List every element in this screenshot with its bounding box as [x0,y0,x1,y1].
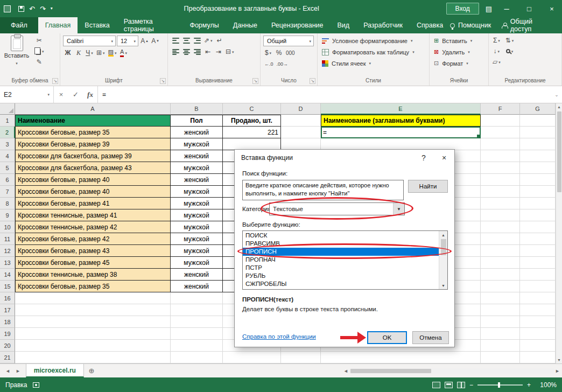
cell-A19[interactable] [15,328,171,340]
bold-button[interactable]: Ж [63,48,73,58]
tab-file[interactable]: Файл [0,17,38,33]
column-header-F[interactable]: F [481,103,520,115]
cell-B3[interactable]: мужской [171,138,223,150]
row-header-2[interactable]: 2 [0,127,15,138]
cell-B15[interactable]: женский [171,281,223,292]
ribbon-tab-Формулы[interactable]: Формулы [182,17,226,33]
decrease-font-size-button[interactable]: А▾ [150,36,160,46]
cell-A3[interactable]: Кроссовки беговые, размер 39 [15,138,171,150]
cell-A14[interactable]: Кроссовки теннисные, размер 38 [15,269,171,281]
macro-record-icon[interactable] [33,382,39,388]
horizontal-scrollbar[interactable]: ◄ ► [341,364,562,377]
cell-styles-button[interactable]: Стили ячеек▾ [320,58,426,68]
increase-font-size-button[interactable]: А▴ [139,36,149,46]
align-middle-button[interactable] [181,36,191,45]
cell-F17[interactable] [481,304,520,316]
cell-B13[interactable]: мужской [171,257,223,269]
autosum-button[interactable]: Σ▾ [491,36,502,45]
ribbon-tab-Разметка страницы[interactable]: Разметка страницы [117,17,183,33]
zoom-level[interactable]: 100% [535,381,557,389]
fill-button[interactable]: ↓▾ [491,46,502,56]
scroll-left-icon[interactable]: ◄ [343,368,348,374]
search-function-input[interactable]: Введите краткое описание действия, котор… [242,180,404,200]
cell-A7[interactable]: Кроссовки беговые, размер 40 [15,186,171,198]
format-as-table-button[interactable]: Форматировать как таблицу▾ [320,47,426,57]
undo-icon[interactable]: ↶ [29,5,35,12]
row-header-5[interactable]: 5 [0,162,15,174]
cell-G20[interactable] [520,340,556,352]
merge-center-button[interactable]: ⊟▾ [224,47,235,57]
column-header-A[interactable]: A [15,103,171,115]
number-format-select[interactable]: Общий▾ [263,36,314,46]
ribbon-tab-Рецензирование[interactable]: Рецензирование [264,17,331,33]
qat-customize-icon[interactable]: ▾ [51,6,53,11]
cell-F14[interactable] [481,269,520,281]
cell-F8[interactable] [481,198,520,209]
conditional-formatting-button[interactable]: Условное форматирование▾ [320,36,426,46]
cell-F2[interactable] [481,127,520,138]
cell-G12[interactable] [520,245,556,257]
increase-decimal-button[interactable] [263,59,275,69]
cell-B21[interactable] [171,352,223,363]
cell-G16[interactable] [520,292,556,304]
cell-F16[interactable] [481,292,520,304]
scroll-right-icon[interactable]: ► [555,368,560,374]
column-header-B[interactable]: B [171,103,223,115]
dialog-title-bar[interactable]: Вставка функции ? × [235,150,454,166]
format-cells-button[interactable]: ⊡Формат▾ [432,58,486,68]
decrease-indent-button[interactable]: ⇤ [203,47,213,57]
cell-B16[interactable] [171,292,223,304]
expand-formula-bar-icon[interactable]: ⌄ [551,86,562,103]
cell-A21[interactable] [15,352,171,363]
dialog-help-icon[interactable]: ? [413,150,434,166]
align-left-button[interactable] [171,47,180,57]
select-all-corner[interactable] [0,103,15,115]
cell-D21[interactable] [281,352,321,363]
cell-G4[interactable] [520,150,556,162]
cell-A17[interactable] [15,304,171,316]
row-header-15[interactable]: 15 [0,281,15,292]
cell-E2[interactable]: = [321,127,481,138]
cell-A20[interactable] [15,340,171,352]
cancel-button[interactable]: Отмена [412,331,449,344]
align-right-button[interactable] [192,47,202,57]
row-header-6[interactable]: 6 [0,174,15,186]
function-list[interactable]: ПОИСКПРАВСИМВПРОПИСНПРОПНАЧПСТРРУБЛЬСЖПР… [242,230,448,290]
cell-B4[interactable]: женский [171,150,223,162]
cell-G8[interactable] [520,198,556,209]
list-scroll-up-icon[interactable]: ▲ [441,231,445,239]
copy-button[interactable]: ▾ [33,46,45,56]
cell-A8[interactable]: Кроссовки беговые, размер 41 [15,198,171,209]
cell-C3[interactable] [223,138,281,150]
align-top-button[interactable] [171,36,180,45]
cell-F7[interactable] [481,186,520,198]
row-header-8[interactable]: 8 [0,198,15,209]
cell-A18[interactable] [15,316,171,328]
cell-F11[interactable] [481,233,520,245]
cell-C2[interactable]: 221 [223,127,281,138]
vertical-scrollbar[interactable]: ▲ ▼ [556,103,562,363]
cell-G18[interactable] [520,316,556,328]
redo-icon[interactable]: ↷ [40,5,46,12]
minimize-button[interactable]: ─ [498,0,515,17]
cell-B14[interactable]: женский [171,269,223,281]
decrease-decimal-button[interactable] [276,59,290,69]
assistant-button[interactable]: Помощник [450,22,491,29]
cell-B20[interactable] [171,340,223,352]
column-header-G[interactable]: G [520,103,556,115]
borders-button[interactable]: ⊞▾ [95,48,106,58]
cell-A1[interactable]: Наименование [15,115,171,127]
clear-button[interactable]: ▱▾ [491,57,502,67]
align-center-button[interactable] [181,47,191,57]
increase-indent-button[interactable]: ⇥ [214,47,223,57]
cell-B17[interactable] [171,304,223,316]
excel-app-icon[interactable] [0,0,14,17]
cell-G11[interactable] [520,233,556,245]
previous-sheet-icon[interactable]: ◄ [5,368,10,374]
cell-G9[interactable] [520,209,556,221]
scroll-up-icon[interactable]: ▲ [557,103,561,110]
formula-input[interactable]: = [97,86,551,103]
cell-B1[interactable]: Пол [171,115,223,127]
italic-button[interactable]: К [74,48,83,58]
category-dropdown[interactable]: Текстовые ▼ [269,202,405,215]
